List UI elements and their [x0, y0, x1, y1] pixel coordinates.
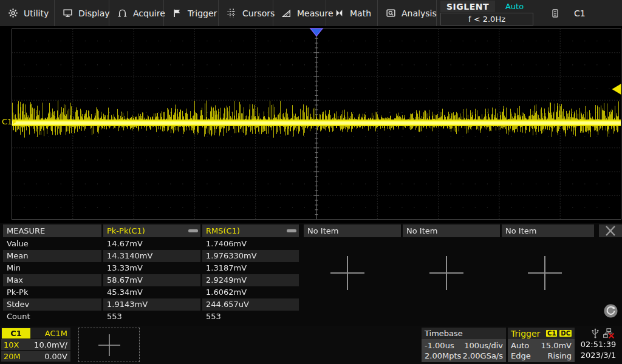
channel1-coupling: AC1M [45, 329, 70, 338]
gear-icon [8, 8, 18, 18]
trigger-panel[interactable]: Trigger C1 DC Auto 15.0mV Edge Rising [508, 328, 575, 362]
trigger-title: Trigger [511, 329, 540, 339]
trigger-type: Edge [511, 351, 531, 360]
siglent-logo: SIGLENT [440, 1, 495, 12]
measure-row-min: Min13.33mV1.3187mV [3, 262, 299, 274]
measure-row-label: Stdev [3, 298, 101, 311]
measure-table: Value14.67mV1.7406mVMean14.3140mV1.97633… [3, 238, 299, 323]
menu-item-acquire[interactable]: Acquire [109, 0, 164, 26]
plus-icon [429, 256, 463, 290]
measure-row-max: Max58.67mV2.9249mV [3, 274, 299, 286]
measure-row-label: Min [3, 262, 101, 274]
measure-value: 1.976330mV [202, 250, 299, 262]
channel-selector-label: C1 [574, 8, 586, 18]
channel1-volts-per-div: 10.0mV/ [34, 340, 70, 349]
measure-value: 1.3187mV [202, 262, 299, 274]
measure-value: 45.34mV [103, 286, 200, 298]
refresh-icon [604, 304, 618, 318]
measure-column-empty-1[interactable]: No Item [304, 224, 401, 237]
remove-measure-pkpk-button[interactable] [188, 229, 198, 232]
timebase-sample-rate: 2.00GSa/s [463, 351, 503, 360]
channel1-info-box[interactable]: C1 AC1M 10X 10.0mV/ 20M 0.00V [1, 328, 70, 362]
menu-item-cursors[interactable]: Cursors [219, 0, 273, 26]
measure-value: 1.6062mV [202, 286, 299, 298]
measure-value: 13.33mV [103, 262, 200, 274]
timebase-title: Timebase [425, 329, 463, 338]
reset-statistics-button[interactable] [604, 304, 618, 318]
trigger-mode: Auto [511, 341, 529, 350]
channel1-marker-arrow-icon [13, 120, 16, 124]
measure-value: 58.67mV [103, 274, 200, 286]
measure-row-label: Mean [3, 250, 101, 262]
status-box: 02:51:39 2023/3/1 [576, 328, 621, 362]
timebase-scale: 100us/div [464, 341, 503, 350]
measure-value: 553 [103, 311, 200, 323]
channel1-badge[interactable]: C1 [2, 328, 30, 339]
measure-value: 14.3140mV [103, 250, 200, 262]
menu-item-utility[interactable]: Utility [0, 0, 55, 26]
add-measure-slot-1-button[interactable] [330, 256, 364, 290]
close-icon [601, 225, 620, 237]
measure-row-value: Value14.67mV1.7406mV [3, 238, 299, 250]
oscilloscope-ui: UtilityDisplayAcquireTriggerCursorsMeasu… [0, 0, 622, 364]
menu-item-label: Analysis [402, 8, 445, 18]
top-menu-bar: UtilityDisplayAcquireTriggerCursorsMeasu… [0, 0, 622, 26]
measure-value: 1.9143mV [103, 298, 200, 311]
measure-value: 14.67mV [103, 238, 200, 250]
measure-value: 2.9249mV [202, 274, 299, 286]
measure-row-label: Pk-Pk [3, 286, 101, 298]
close-measure-panel-button[interactable] [599, 224, 622, 237]
add-measure-slot-2-button[interactable] [429, 256, 463, 290]
measure-panel-title: MEASURE [3, 224, 101, 237]
math-icon [334, 8, 344, 18]
trigger-level: 15.0mV [541, 341, 572, 350]
measure-column-pkpk[interactable]: Pk-Pk(C1) [103, 224, 200, 237]
menu-items: UtilityDisplayAcquireTriggerCursorsMeasu… [0, 0, 437, 26]
trigger-markers [0, 26, 622, 223]
timebase-delay: -1.00us [425, 341, 454, 350]
measure-column-empty-3[interactable]: No Item [502, 224, 594, 237]
measure-row-label: Max [3, 274, 101, 286]
trigger-coupling-badge: DC [559, 330, 572, 337]
channel-list-icon [550, 8, 560, 18]
menu-item-math[interactable]: Math [326, 0, 378, 26]
measure-column-empty-2[interactable]: No Item [403, 224, 500, 237]
bottom-bar: C1 AC1M 10X 10.0mV/ 20M 0.00V Timebase [0, 326, 622, 364]
clock-date: 2023/3/1 [581, 350, 616, 361]
channel1-position-marker[interactable]: C1 [2, 117, 16, 126]
menu-item-trigger[interactable]: Trigger [164, 0, 219, 26]
measure-value: 553 [202, 311, 299, 323]
measure-panel: MEASURE Pk-Pk(C1) RMS(C1) No Item No Ite… [0, 223, 622, 326]
logo-block: SIGLENT Auto f < 2.0Hz [440, 0, 533, 26]
add-channel-button[interactable] [78, 328, 140, 362]
trigger-source-badge: C1 [546, 330, 557, 337]
measure-row-count: Count553553 [3, 311, 299, 323]
measure-value: 1.7406mV [202, 238, 299, 250]
display-icon [63, 8, 73, 18]
cursors-icon [227, 8, 237, 18]
menu-item-label: Utility [24, 8, 57, 18]
usb-icon [591, 328, 600, 339]
menu-item-label: Math [350, 8, 380, 18]
measure-row-mean: Mean14.3140mV1.976330mV [3, 250, 299, 262]
remove-measure-rms-button[interactable] [287, 229, 296, 232]
flag-icon [172, 8, 182, 18]
measure-row-label: Count [3, 311, 101, 323]
plus-icon [96, 332, 123, 359]
menu-item-analysis[interactable]: Analysis [378, 0, 437, 26]
channel1-offset: 0.00V [44, 352, 70, 361]
measure-column-rms[interactable]: RMS(C1) [202, 224, 299, 237]
clock-time: 02:51:39 [581, 339, 616, 350]
timebase-panel[interactable]: Timebase -1.00us 100us/div 2.00Mpts 2.00… [422, 328, 506, 362]
add-measure-slot-3-button[interactable] [528, 256, 562, 290]
menu-item-display[interactable]: Display [55, 0, 109, 26]
channel-selector[interactable]: C1 [550, 0, 586, 26]
measure-row-label: Value [3, 238, 101, 250]
menu-item-measure[interactable]: Measure [273, 0, 326, 26]
waveform-screen[interactable]: C1 [0, 26, 622, 223]
channel1-attenuation: 10X [1, 340, 19, 349]
timebase-memory-depth: 2.00Mpts [425, 351, 461, 360]
acquire-icon [117, 8, 128, 18]
channel1-bandwidth: 20M [1, 352, 21, 361]
plus-icon [330, 256, 364, 290]
